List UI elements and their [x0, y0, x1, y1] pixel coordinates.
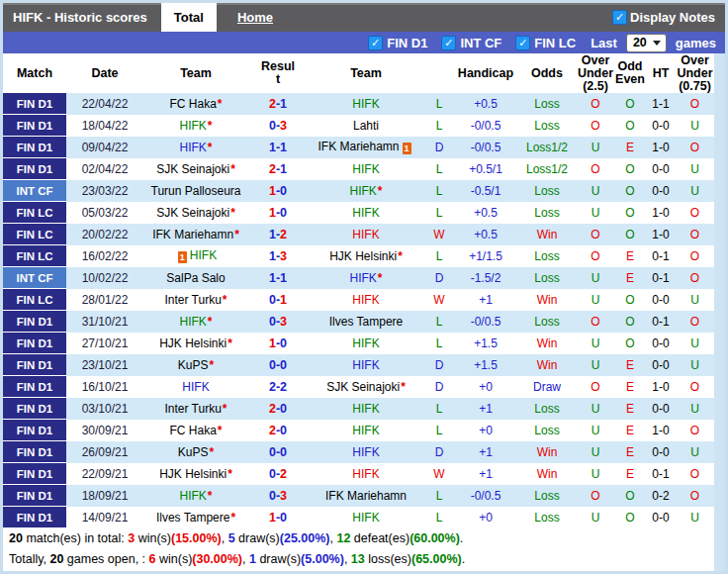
- league-badge: FIN D1: [3, 137, 66, 158]
- over-under-075: O: [676, 420, 714, 441]
- score-cell: 1-0: [248, 180, 308, 202]
- score-home: 2: [269, 424, 276, 437]
- tab-total[interactable]: Total: [161, 3, 217, 32]
- footer-segment: .: [460, 531, 463, 545]
- odd-even: E: [614, 376, 646, 398]
- odd-even: O: [614, 485, 646, 507]
- match-date: 03/10/21: [66, 398, 143, 420]
- match-date: 18/04/22: [66, 115, 143, 137]
- score-away: 0: [280, 402, 287, 416]
- halftime-score: 0-1: [646, 463, 676, 485]
- table-row: FIN D130/09/21FC Haka*2-0HIFKL+0LossUE1-…: [3, 420, 714, 441]
- fin-lc-checkbox[interactable]: ✓: [515, 36, 530, 50]
- league-badge: FIN D1: [3, 485, 66, 507]
- home-marker-star: *: [208, 315, 213, 329]
- score-cell: 0-3: [248, 311, 308, 333]
- team-name: IFK Mariehamn: [152, 228, 233, 241]
- match-date: 16/02/22: [66, 245, 143, 267]
- over-under-075: U: [676, 354, 714, 376]
- col-over-under-075: Over Under (0.75): [676, 53, 714, 93]
- col-date: Date: [66, 53, 143, 93]
- odd-even: O: [614, 333, 646, 354]
- score-cell: 1-0: [248, 333, 308, 354]
- score-away: 3: [280, 315, 287, 329]
- table-row: FIN D122/09/21HJK Helsinki*0-2HIFKW+1Win…: [3, 463, 714, 485]
- team-name: HIFK: [352, 162, 379, 176]
- team-name: Turun Palloseura: [151, 184, 241, 198]
- col-result: Result: [248, 53, 308, 93]
- halftime-score: 1-1: [646, 93, 676, 115]
- score-away: 1: [280, 271, 287, 285]
- handicap-value: +0.5: [454, 202, 517, 224]
- footer-line: Totally, 8 game(s) over, 12 game(s) unde…: [9, 570, 714, 574]
- team-name: IFK Mariehamn: [325, 489, 407, 503]
- last-games-select[interactable]: 20: [626, 34, 667, 52]
- team-name: HIFK: [179, 141, 206, 154]
- table-row: FIN D118/09/21HIFK*0-3IFK MariehamnL-0/0…: [3, 485, 714, 507]
- halftime-score: 0-0: [646, 441, 676, 463]
- filter-int-cf: ✓ INT CF: [441, 36, 501, 50]
- fin-d1-checkbox[interactable]: ✓: [368, 36, 383, 50]
- match-date: 18/09/21: [66, 485, 143, 507]
- score-home: 0: [269, 119, 276, 133]
- int-cf-checkbox[interactable]: ✓: [441, 36, 456, 50]
- score-home: 0: [269, 489, 276, 503]
- odd-even: E: [614, 441, 646, 463]
- over-under-25: U: [577, 180, 614, 202]
- score-cell: 0-0: [248, 354, 308, 376]
- over-under-25: O: [577, 485, 614, 507]
- over-under-075: O: [676, 376, 714, 398]
- score-away: 3: [280, 489, 287, 503]
- match-date: 27/10/21: [66, 333, 143, 354]
- over-under-25: U: [577, 202, 614, 224]
- display-notes-checkbox[interactable]: ✓: [612, 10, 627, 25]
- halftime-score: 0-0: [646, 507, 676, 528]
- title-bar: HIFK - Historic scores Total Home ✓ Disp…: [3, 3, 725, 32]
- league-badge: FIN D1: [3, 93, 66, 115]
- result-letter: L: [424, 420, 454, 441]
- table-row: FIN D122/04/22FC Haka*2-1HIFKL+0.5LossOO…: [3, 93, 714, 115]
- odds-result: Win: [517, 441, 577, 463]
- display-notes-label: Display Notes: [630, 10, 715, 25]
- handicap-value: +1: [454, 441, 517, 463]
- halftime-score: 1-0: [646, 376, 676, 398]
- halftime-score: 1-0: [646, 420, 676, 441]
- home-marker-star: *: [234, 228, 239, 241]
- team-name: HIFK: [352, 336, 379, 350]
- result-letter: L: [424, 485, 454, 507]
- team-name: HIFK: [349, 184, 376, 198]
- footer-segment: 1: [249, 552, 256, 566]
- over-under-075: U: [676, 180, 714, 202]
- team-name: Lahti: [353, 119, 379, 133]
- score-home: 1: [269, 228, 276, 241]
- team-cell: HIFK: [308, 202, 424, 224]
- match-date: 16/10/21: [66, 376, 143, 398]
- team-name: SJK Seinajoki: [326, 380, 400, 394]
- team-name: FC Haka: [169, 424, 216, 437]
- odd-even: E: [614, 463, 646, 485]
- team-name: HIFK: [352, 402, 379, 416]
- handicap-value: +1/1.5: [454, 245, 517, 267]
- filter-bar: ✓ FIN D1 ✓ INT CF ✓ FIN LC Last 20 games: [3, 32, 725, 53]
- over-under-075: O: [676, 93, 714, 115]
- score-away: 2: [280, 228, 287, 241]
- score-home: 0: [269, 293, 276, 307]
- over-under-075: U: [676, 441, 714, 463]
- handicap-value: -0/0.5: [454, 137, 517, 158]
- team-name: HIFK: [352, 467, 379, 481]
- halftime-score: 0-0: [646, 354, 676, 376]
- score-home: 1: [269, 249, 276, 263]
- team-name: HIFK: [352, 511, 379, 525]
- score-away: 3: [280, 119, 287, 133]
- odds-result: Loss1/2: [517, 158, 577, 180]
- handicap-value: +1.5: [454, 354, 517, 376]
- table-row: FIN LC20/02/22IFK Mariehamn*1-2HIFKW+0.5…: [3, 224, 714, 245]
- match-date: 28/01/22: [66, 289, 143, 311]
- score-away: 0: [280, 511, 287, 525]
- team-name: Inter Turku: [164, 402, 221, 416]
- footer-segment: ,: [222, 531, 228, 545]
- tab-home[interactable]: Home: [225, 3, 286, 32]
- footer-segment: match(es) in total:: [23, 531, 128, 545]
- odds-result: Loss: [517, 398, 577, 420]
- result-letter: D: [424, 441, 454, 463]
